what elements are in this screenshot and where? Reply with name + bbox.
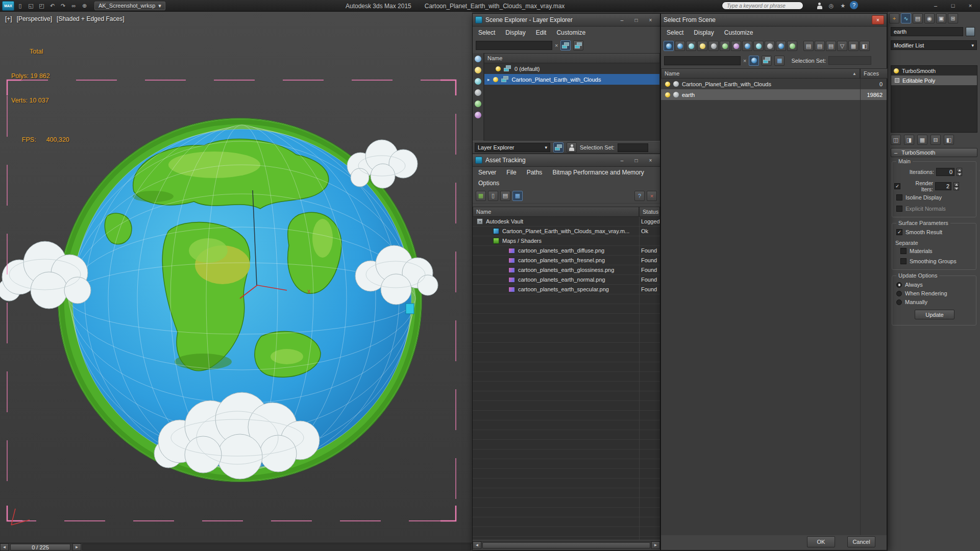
object-color-swatch[interactable] <box>966 27 975 36</box>
display-bones-icon[interactable] <box>765 41 775 51</box>
layer-row-selected[interactable]: ▸ Cartoon_Planet_Earth_with_Clouds <box>484 74 659 85</box>
display-xrefs-icon[interactable] <box>753 41 764 51</box>
render-iters-field[interactable]: 2 <box>935 182 951 190</box>
minimize-icon[interactable]: – <box>615 15 629 24</box>
menu-customize[interactable]: Customize <box>724 29 753 36</box>
details-icon[interactable]: ▤ <box>500 191 510 201</box>
always-radio[interactable] <box>896 282 902 288</box>
asset-row[interactable]: Cartoon_Planet_Earth_with_Clouds_max_vra… <box>473 227 660 236</box>
list-view-icon[interactable]: ▤ <box>803 41 814 51</box>
display-frozen-icon[interactable] <box>787 41 797 51</box>
display-containers-icon[interactable] <box>776 41 786 51</box>
filter-cameras-icon[interactable] <box>475 89 481 96</box>
time-slider-handle[interactable]: 0 / 225 <box>10 544 70 550</box>
configure-modifier-sets-icon[interactable]: ◧ <box>944 135 954 145</box>
workspace-dropdown[interactable]: AK_Screenshot_wrksp ▾ <box>94 2 165 10</box>
favorites-icon[interactable]: ★ <box>838 1 848 11</box>
scene-explorer-titlebar[interactable]: Scene Explorer - Layer Explorer – □ × <box>473 14 660 27</box>
render-iters-spinner[interactable] <box>953 182 959 190</box>
tab-hierarchy-icon[interactable]: ▤ <box>913 13 923 23</box>
sfs-name-column-header[interactable]: Name ▲ <box>661 68 860 79</box>
menu-bitmap-performance[interactable]: Bitmap Performance and Memory <box>552 169 644 176</box>
horizontal-scrollbar-thumb[interactable] <box>482 542 650 548</box>
display-groups-icon[interactable] <box>742 41 752 51</box>
save-file-icon[interactable]: ◰ <box>37 1 46 11</box>
asset-row[interactable]: cartoon_planets_earth_fresnel.png Found <box>473 256 660 265</box>
tab-create-icon[interactable]: + <box>889 13 899 23</box>
isoline-display-checkbox[interactable] <box>896 194 902 201</box>
display-geometry-icon[interactable] <box>675 41 685 51</box>
configure-columns-icon[interactable]: ▦ <box>848 41 859 51</box>
stack-mode-icon[interactable] <box>762 56 772 66</box>
help-icon[interactable]: ? <box>850 1 858 9</box>
viewport-canvas[interactable]: x <box>0 12 472 543</box>
turbosmooth-rollout-header[interactable]: – TurboSmooth <box>891 148 977 157</box>
selection-set-field[interactable] <box>618 143 648 152</box>
viewport-pov-menu[interactable]: [Perspective] <box>17 15 52 22</box>
filter-shapes-icon[interactable] <box>475 78 481 85</box>
cloud-top-right[interactable] <box>347 140 418 188</box>
table-view-icon[interactable]: ▦ <box>512 191 523 201</box>
close-button[interactable]: × <box>962 0 979 11</box>
display-spacewarps-icon[interactable] <box>731 41 741 51</box>
scroll-right-icon[interactable]: ► <box>651 541 660 549</box>
tab-modify-icon[interactable]: ∿ <box>901 13 911 23</box>
clear-search-icon[interactable]: × <box>555 42 558 48</box>
modifier-row-editable-poly[interactable]: Editable Poly <box>891 76 977 85</box>
ok-button[interactable]: OK <box>807 536 835 547</box>
sign-in-icon[interactable] <box>815 1 824 11</box>
asset-row[interactable]: Maps / Shaders <box>473 236 660 246</box>
materials-checkbox[interactable] <box>900 248 906 254</box>
object-name-field[interactable] <box>891 27 963 36</box>
at-name-column-header[interactable]: Name <box>473 207 639 217</box>
explorer-search-input[interactable] <box>476 41 552 50</box>
minimize-button[interactable]: – <box>927 0 944 11</box>
grid-mode-icon[interactable]: ▦ <box>774 56 785 66</box>
selection-set-icon[interactable] <box>567 142 577 153</box>
scroll-left-icon[interactable]: ◄ <box>473 541 481 549</box>
tab-display-icon[interactable]: ▣ <box>936 13 946 23</box>
visibility-bulb-icon[interactable] <box>493 77 498 82</box>
modifier-enabled-bulb-icon[interactable] <box>894 68 899 73</box>
layer-explorer-toggle-icon[interactable] <box>553 142 564 153</box>
menu-options[interactable]: Options <box>478 180 499 187</box>
menu-display[interactable]: Display <box>694 29 714 36</box>
menu-file[interactable]: File <box>506 169 516 176</box>
scene-object-row-selected[interactable]: earth 19862 <box>661 89 887 100</box>
filter-funnel-icon[interactable]: ▽ <box>837 41 847 51</box>
filter-geometry-icon[interactable] <box>475 56 481 62</box>
scene-object-row[interactable]: Cartoon_Planet_Earth_with_Clouds 0 <box>661 79 887 89</box>
menu-display[interactable]: Display <box>505 29 525 36</box>
name-column-header[interactable]: Name <box>484 53 660 63</box>
display-all-icon[interactable] <box>664 41 674 51</box>
asset-row[interactable]: cartoon_planets_earth_glossiness.png Fou… <box>473 265 660 275</box>
new-layer-icon[interactable] <box>573 40 583 51</box>
expand-arrow-icon[interactable]: ▸ <box>487 77 490 82</box>
render-iters-checkbox[interactable]: ✓ <box>894 183 900 189</box>
modifier-list-dropdown[interactable]: Modifier List ▾ <box>891 40 977 50</box>
display-cameras-icon[interactable] <box>708 41 719 51</box>
find-input[interactable] <box>664 56 741 65</box>
remove-modifier-icon[interactable]: ⊟ <box>930 135 941 145</box>
menu-select[interactable]: Select <box>667 29 683 36</box>
selection-set-field[interactable] <box>828 56 871 65</box>
menu-customize[interactable]: Customize <box>556 29 585 36</box>
iterations-spinner[interactable] <box>957 168 962 176</box>
expand-all-icon[interactable]: ▤ <box>826 41 836 51</box>
update-button[interactable]: Update <box>915 310 954 319</box>
visibility-bulb-icon[interactable] <box>496 66 501 71</box>
column-chooser-icon[interactable]: ▤ <box>815 41 825 51</box>
when-rendering-radio[interactable] <box>896 291 902 296</box>
max-logo[interactable]: MAX <box>2 1 14 11</box>
clear-search-icon[interactable]: × <box>743 58 746 64</box>
display-lights-icon[interactable] <box>697 41 707 51</box>
asset-row[interactable]: cartoon_planets_earth_specular.png Found <box>473 285 660 294</box>
viewport-general-menu[interactable]: [+] <box>5 15 12 22</box>
menu-server[interactable]: Server <box>478 169 496 176</box>
modifier-row-turbosmooth[interactable]: TurboSmooth <box>891 66 977 76</box>
select-from-scene-titlebar[interactable]: Select From Scene × <box>661 14 887 27</box>
close-icon[interactable]: × <box>872 15 884 24</box>
help-gear-icon[interactable]: ? <box>634 191 645 201</box>
menu-paths[interactable]: Paths <box>527 169 543 176</box>
viewport-shading-menu[interactable]: [Shaded + Edged Faces] <box>57 15 124 22</box>
